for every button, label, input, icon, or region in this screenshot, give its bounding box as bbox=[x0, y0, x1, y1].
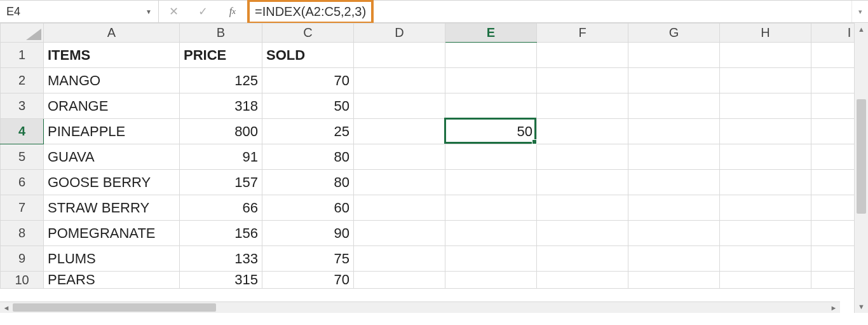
cell-A10[interactable]: PEARS bbox=[44, 272, 180, 289]
cell-D5[interactable] bbox=[354, 144, 445, 170]
fx-icon[interactable]: fx bbox=[224, 3, 241, 20]
cell-E10[interactable] bbox=[445, 272, 537, 289]
cell-F9[interactable] bbox=[537, 246, 628, 272]
spreadsheet-grid[interactable]: ABCDEFGHI 1ITEMSPRICESOLD2MANGO125703ORA… bbox=[0, 23, 854, 313]
vertical-scrollbar[interactable]: ▲ ▼ bbox=[854, 23, 868, 313]
cell-B6[interactable]: 157 bbox=[180, 170, 262, 195]
scroll-down-icon[interactable]: ▼ bbox=[855, 300, 868, 313]
cell-E9[interactable] bbox=[445, 246, 537, 272]
cell-B8[interactable]: 156 bbox=[180, 221, 262, 246]
cell-I1[interactable] bbox=[811, 43, 855, 68]
enter-icon[interactable]: ✓ bbox=[194, 3, 212, 20]
column-header-H[interactable]: H bbox=[720, 24, 811, 43]
cell-H9[interactable] bbox=[720, 246, 811, 272]
cell-C6[interactable]: 80 bbox=[262, 170, 354, 195]
cell-A1[interactable]: ITEMS bbox=[44, 43, 180, 68]
cell-D4[interactable] bbox=[354, 119, 445, 144]
cell-D10[interactable] bbox=[354, 272, 445, 289]
select-all-corner[interactable] bbox=[1, 24, 44, 43]
cell-D7[interactable] bbox=[354, 195, 445, 221]
cell-E5[interactable] bbox=[445, 144, 537, 170]
cell-B1[interactable]: PRICE bbox=[180, 43, 262, 68]
cell-E3[interactable] bbox=[445, 93, 537, 119]
cell-H4[interactable] bbox=[720, 119, 811, 144]
row-header-1[interactable]: 1 bbox=[1, 43, 44, 68]
cell-H7[interactable] bbox=[720, 195, 811, 221]
cell-C10[interactable]: 70 bbox=[262, 272, 354, 289]
cell-H10[interactable] bbox=[720, 272, 811, 289]
cell-A9[interactable]: PLUMS bbox=[44, 246, 180, 272]
row-header-7[interactable]: 7 bbox=[1, 195, 44, 221]
chevron-down-icon[interactable]: ▼ bbox=[146, 8, 152, 15]
cell-G10[interactable] bbox=[628, 272, 720, 289]
cell-G3[interactable] bbox=[628, 93, 720, 119]
cell-D2[interactable] bbox=[354, 68, 445, 93]
cell-A4[interactable]: PINEAPPLE bbox=[44, 119, 180, 144]
cell-H1[interactable] bbox=[720, 43, 811, 68]
cell-F10[interactable] bbox=[537, 272, 628, 289]
row-header-8[interactable]: 8 bbox=[1, 221, 44, 246]
cell-I10[interactable] bbox=[811, 272, 855, 289]
cell-H6[interactable] bbox=[720, 170, 811, 195]
cell-F4[interactable] bbox=[537, 119, 628, 144]
scroll-up-icon[interactable]: ▲ bbox=[855, 23, 868, 36]
cell-A5[interactable]: GUAVA bbox=[44, 144, 180, 170]
cell-B7[interactable]: 66 bbox=[180, 195, 262, 221]
cell-I4[interactable] bbox=[811, 119, 855, 144]
cell-B10[interactable]: 315 bbox=[180, 272, 262, 289]
cell-D1[interactable] bbox=[354, 43, 445, 68]
cell-C1[interactable]: SOLD bbox=[262, 43, 354, 68]
cell-B9[interactable]: 133 bbox=[180, 246, 262, 272]
cell-D9[interactable] bbox=[354, 246, 445, 272]
cell-I7[interactable] bbox=[811, 195, 855, 221]
cell-A8[interactable]: POMEGRANATE bbox=[44, 221, 180, 246]
cell-E1[interactable] bbox=[445, 43, 537, 68]
cell-H2[interactable] bbox=[720, 68, 811, 93]
cell-F7[interactable] bbox=[537, 195, 628, 221]
cell-D6[interactable] bbox=[354, 170, 445, 195]
vscroll-thumb[interactable] bbox=[857, 99, 866, 214]
row-header-4[interactable]: 4 bbox=[1, 119, 44, 144]
cell-C2[interactable]: 70 bbox=[262, 68, 354, 93]
row-header-2[interactable]: 2 bbox=[1, 68, 44, 93]
column-header-I[interactable]: I bbox=[811, 24, 855, 43]
cell-F1[interactable] bbox=[537, 43, 628, 68]
cell-A2[interactable]: MANGO bbox=[44, 68, 180, 93]
cell-H3[interactable] bbox=[720, 93, 811, 119]
cell-H5[interactable] bbox=[720, 144, 811, 170]
cell-G5[interactable] bbox=[628, 144, 720, 170]
cell-I9[interactable] bbox=[811, 246, 855, 272]
cell-E6[interactable] bbox=[445, 170, 537, 195]
cell-C5[interactable]: 80 bbox=[262, 144, 354, 170]
cell-H8[interactable] bbox=[720, 221, 811, 246]
horizontal-scrollbar[interactable]: ◄ ► bbox=[0, 301, 840, 313]
cell-G9[interactable] bbox=[628, 246, 720, 272]
column-header-G[interactable]: G bbox=[628, 24, 720, 43]
cell-F2[interactable] bbox=[537, 68, 628, 93]
hscroll-thumb[interactable] bbox=[13, 303, 216, 312]
column-header-F[interactable]: F bbox=[537, 24, 628, 43]
cell-C3[interactable]: 50 bbox=[262, 93, 354, 119]
cell-G1[interactable] bbox=[628, 43, 720, 68]
cell-G2[interactable] bbox=[628, 68, 720, 93]
hscroll-track[interactable] bbox=[13, 302, 827, 313]
cell-B4[interactable]: 800 bbox=[180, 119, 262, 144]
column-header-C[interactable]: C bbox=[262, 24, 354, 43]
cell-E8[interactable] bbox=[445, 221, 537, 246]
row-header-9[interactable]: 9 bbox=[1, 246, 44, 272]
cell-D8[interactable] bbox=[354, 221, 445, 246]
cell-G4[interactable] bbox=[628, 119, 720, 144]
scroll-right-icon[interactable]: ► bbox=[827, 302, 840, 313]
cell-I2[interactable] bbox=[811, 68, 855, 93]
cell-B5[interactable]: 91 bbox=[180, 144, 262, 170]
column-header-E[interactable]: E bbox=[445, 24, 537, 43]
cell-A7[interactable]: STRAW BERRY bbox=[44, 195, 180, 221]
cell-E7[interactable] bbox=[445, 195, 537, 221]
cell-E4[interactable]: 50 bbox=[445, 119, 537, 144]
cell-F6[interactable] bbox=[537, 170, 628, 195]
column-header-D[interactable]: D bbox=[354, 24, 445, 43]
cell-C4[interactable]: 25 bbox=[262, 119, 354, 144]
column-header-A[interactable]: A bbox=[44, 24, 180, 43]
scroll-left-icon[interactable]: ◄ bbox=[0, 302, 13, 313]
cell-G8[interactable] bbox=[628, 221, 720, 246]
